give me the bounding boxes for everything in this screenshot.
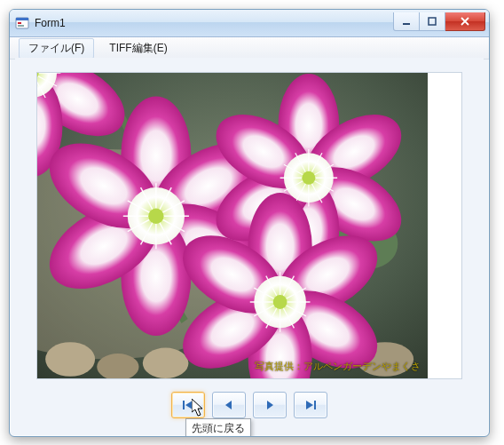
svg-marker-34 [185,401,193,409]
svg-rect-1 [16,18,28,20]
image-panel: 写真提供：アルペンガーデンやまくさ [36,72,462,379]
svg-marker-35 [225,401,232,409]
svg-rect-38 [314,401,316,409]
nav-toolbar [15,392,484,418]
window-buttons [393,12,485,30]
tooltip: 先頭に戻る [185,418,251,437]
prev-button[interactable] [212,392,246,418]
svg-point-9 [45,342,95,377]
window-frame: Form1 ファイル(F) TIFF編集(E) [9,9,490,437]
svg-rect-2 [18,22,21,24]
svg-rect-5 [429,18,436,25]
image-view: 写真提供：アルペンガーデンやまくさ [37,73,428,378]
menu-bar: ファイル(F) TIFF編集(E) [10,37,489,60]
svg-marker-36 [267,401,273,409]
menu-tiff-edit[interactable]: TIFF編集(E) [99,38,177,59]
svg-marker-37 [306,401,313,409]
svg-rect-4 [403,23,410,25]
title-bar[interactable]: Form1 [10,10,489,37]
last-button[interactable] [294,392,327,418]
svg-rect-33 [183,401,185,409]
maximize-button[interactable] [420,12,445,31]
app-icon [15,16,29,30]
first-button[interactable] [171,392,205,418]
svg-rect-3 [18,25,24,27]
svg-point-11 [143,348,189,378]
image-caption: 写真提供：アルペンガーデンやまくさ [255,360,421,373]
close-button[interactable] [445,12,485,31]
client-area: 写真提供：アルペンガーデンやまくさ [15,58,484,431]
next-button[interactable] [253,392,287,418]
minimize-button[interactable] [393,12,420,31]
window-title: Form1 [35,17,393,29]
menu-file[interactable]: ファイル(F) [19,38,94,59]
